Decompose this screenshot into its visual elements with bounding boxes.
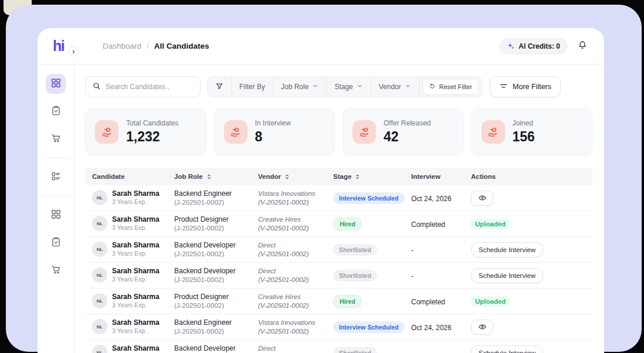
stat-label: Offer Released bbox=[384, 119, 431, 127]
stat-card: In Interview 8 bbox=[214, 108, 335, 155]
table-row[interactable]: NL Sarah Sharma 3 Years Exp. Backend Eng… bbox=[85, 185, 592, 211]
vendor-name: Vistara Innovations bbox=[258, 189, 326, 198]
interview-status: - bbox=[411, 272, 413, 280]
interview-status: - bbox=[411, 349, 413, 353]
sort-icon bbox=[284, 174, 290, 180]
table-row[interactable]: NL Sarah Sharma 3 Years Exp. Backend Eng… bbox=[85, 314, 592, 340]
job-id: (J-202501-0002) bbox=[174, 250, 251, 259]
avatar: NL bbox=[92, 345, 107, 353]
sidebar-item-tasks[interactable] bbox=[46, 101, 66, 121]
job-role-dropdown[interactable]: Job Role bbox=[273, 77, 327, 97]
job-role: Product Designer bbox=[174, 215, 251, 224]
cart-icon bbox=[50, 264, 62, 277]
filter-lines-icon bbox=[499, 82, 508, 92]
sidebar-item-tasks-alt[interactable] bbox=[46, 233, 66, 253]
main-content: Filter By Job Role Stage bbox=[74, 65, 604, 353]
hand-coins-icon bbox=[482, 120, 505, 144]
candidate-experience: 3 Years Exp. bbox=[112, 250, 160, 258]
interview-status: Completed bbox=[411, 220, 445, 229]
breadcrumb-dashboard[interactable]: Dashboard bbox=[103, 42, 141, 50]
avatar: NL bbox=[92, 293, 107, 308]
stage-dropdown[interactable]: Stage bbox=[327, 77, 371, 97]
breadcrumb-separator: / bbox=[147, 42, 149, 50]
vendor-id: (V-202501-0002) bbox=[258, 276, 326, 284]
hand-coins-icon bbox=[352, 120, 376, 144]
sidebar-divider bbox=[42, 158, 69, 158]
stage-badge: Shortlisted bbox=[333, 244, 377, 256]
sidebar-item-dashboard[interactable] bbox=[46, 74, 66, 94]
page-title: All Candidates bbox=[154, 42, 209, 50]
interview-status: - bbox=[411, 246, 413, 254]
candidate-experience: 3 Years Exp. bbox=[112, 327, 160, 335]
more-filters-button[interactable]: More Filters bbox=[490, 76, 561, 97]
sidebar-nav bbox=[38, 65, 74, 353]
stage-badge: Hired bbox=[333, 218, 362, 230]
view-candidate-button[interactable] bbox=[471, 191, 493, 206]
sidebar-divider bbox=[42, 196, 69, 196]
search-icon bbox=[92, 82, 101, 93]
job-id: (J-202501-0002) bbox=[174, 327, 251, 336]
stage-badge: Hired bbox=[333, 295, 362, 308]
vendor-id: (V-202501-0002) bbox=[258, 250, 326, 259]
sidebar-item-checklist[interactable] bbox=[46, 167, 66, 187]
table-row[interactable]: NL Sarah Sharma 3 Years Exp. Product Des… bbox=[85, 288, 592, 314]
search-box[interactable] bbox=[85, 76, 201, 97]
job-role: Backend Engineer bbox=[174, 318, 251, 327]
column-header-stage[interactable]: Stage bbox=[326, 173, 404, 180]
stat-value: 42 bbox=[384, 129, 431, 145]
notifications-button[interactable] bbox=[577, 40, 588, 53]
filter-toolbar: Filter By Job Role Stage bbox=[85, 76, 592, 97]
column-header-job-role[interactable]: Job Role bbox=[167, 173, 251, 180]
table-row[interactable]: NL Sarah Sharma 3 Years Exp. Product Des… bbox=[85, 211, 592, 237]
stat-card: Joined 156 bbox=[472, 108, 593, 155]
sort-icon bbox=[354, 174, 361, 180]
top-header: hi Dashboard / All Candidates AI Credits… bbox=[38, 28, 604, 65]
vendor-name: Direct bbox=[258, 344, 326, 353]
table-row[interactable]: NL Sarah Sharma 3 Years Exp. Backend Dev… bbox=[85, 237, 592, 263]
column-header-actions: Actions bbox=[464, 173, 592, 180]
vendor-dropdown[interactable]: Vendor bbox=[371, 77, 419, 97]
stat-cards: Total Candidates 1,232 In Interview 8 Of… bbox=[85, 108, 592, 155]
schedule-interview-button[interactable]: Schedule Interview bbox=[471, 242, 543, 257]
sidebar-item-cart-alt[interactable] bbox=[46, 260, 66, 280]
funnel-filter-button[interactable] bbox=[208, 77, 232, 97]
vendor-name: Creative Hires bbox=[258, 215, 326, 224]
vendor-name: Direct bbox=[258, 241, 326, 250]
search-input[interactable] bbox=[106, 83, 194, 91]
stat-value: 156 bbox=[513, 129, 535, 145]
table-row[interactable]: NL Sarah Sharma 3 Years Exp. Backend Dev… bbox=[85, 263, 592, 288]
vendor-id: (V-202501-0002) bbox=[258, 327, 326, 336]
sort-icon bbox=[206, 174, 212, 180]
candidate-name: Sarah Sharma bbox=[112, 344, 160, 353]
stat-label: Total Candidates bbox=[126, 119, 178, 127]
ai-credits-label: AI Credits: 0 bbox=[518, 42, 560, 50]
vendor-name: Direct bbox=[258, 267, 326, 276]
eye-icon bbox=[478, 323, 487, 331]
sparkles-icon bbox=[507, 42, 515, 50]
job-role: Backend Developer bbox=[174, 267, 251, 276]
filter-by-label: Filter By bbox=[232, 77, 273, 97]
interview-status: Oct 24, 2026 bbox=[411, 324, 452, 332]
app-window: hi Dashboard / All Candidates AI Credits… bbox=[38, 28, 604, 353]
reset-filter-button[interactable]: Reset Filter bbox=[422, 79, 479, 95]
sidebar-item-cart[interactable] bbox=[46, 129, 66, 149]
stage-badge: Interview Scheduled bbox=[333, 321, 405, 333]
vendor-id: (V-202501-0002) bbox=[258, 198, 326, 207]
stat-label: In Interview bbox=[255, 119, 291, 127]
column-header-vendor[interactable]: Vendor bbox=[251, 173, 326, 180]
candidate-name: Sarah Sharma bbox=[112, 267, 160, 276]
view-candidate-button[interactable] bbox=[471, 320, 493, 335]
schedule-interview-button[interactable]: Schedule Interview bbox=[471, 345, 543, 353]
schedule-interview-button[interactable]: Schedule Interview bbox=[471, 268, 543, 283]
uploaded-status: Uploaded bbox=[471, 219, 510, 229]
sidebar-item-dashboard-alt[interactable] bbox=[46, 205, 66, 225]
column-header-candidate: Candidate bbox=[85, 173, 167, 180]
filter-group: Filter By Job Role Stage bbox=[207, 76, 482, 97]
ai-credits-badge[interactable]: AI Credits: 0 bbox=[499, 38, 568, 55]
sidebar-collapse-button[interactable] bbox=[69, 46, 79, 56]
table-row[interactable]: NL Sarah Sharma 3 Years Exp. Backend Dev… bbox=[85, 340, 592, 353]
uploaded-status: Uploaded bbox=[471, 296, 510, 307]
avatar: NL bbox=[92, 267, 107, 283]
chevron-down-icon bbox=[357, 83, 363, 91]
job-role: Backend Developer bbox=[174, 344, 251, 353]
